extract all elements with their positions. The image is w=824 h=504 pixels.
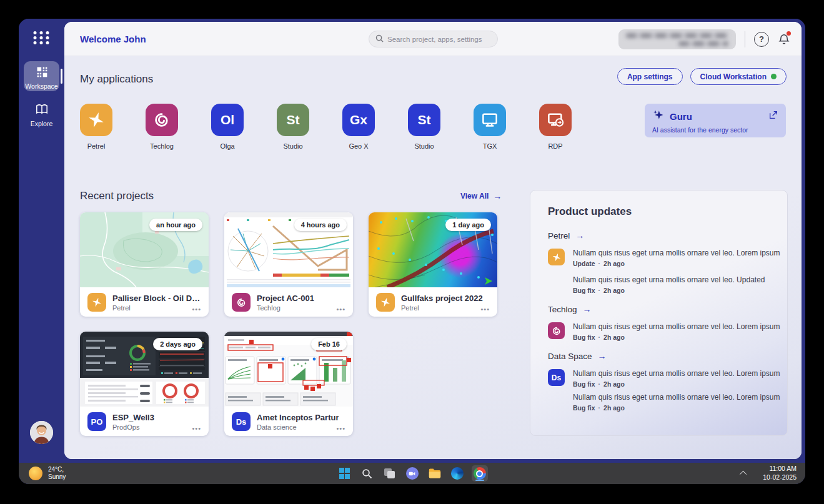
update-text: Nullam quis risus eget urna mollis ornar… — [573, 249, 780, 257]
app-window: Workspace Explore — [19, 19, 805, 463]
user-avatar[interactable] — [30, 421, 53, 444]
monitor-icon — [474, 104, 506, 136]
time-badge: 1 day ago — [445, 219, 491, 231]
active-item-indicator — [61, 69, 62, 84]
app-petrel[interactable]: Petrel — [80, 104, 112, 150]
update-item: Nullam quis risus eget urna mollis ornar… — [548, 275, 770, 294]
project-title: Amet Inceptos Partur — [257, 413, 339, 422]
update-item: Nullam quis risus eget urna mollis ornar… — [548, 249, 770, 267]
petrel-star-icon — [87, 293, 106, 312]
sidebar-item-label: Explore — [24, 120, 59, 127]
app-geox[interactable]: Gx Geo X — [342, 104, 375, 150]
content-header: Welcome John ? — [64, 22, 802, 56]
project-app: ProdOps — [112, 423, 154, 431]
techlog-swirl-icon — [548, 322, 565, 339]
app-techlog[interactable]: Techlog — [146, 104, 178, 150]
taskbar: 24°C, Sunny — [19, 463, 805, 484]
app-olga[interactable]: Ol Olga — [211, 104, 244, 150]
clock-time: 11:00 AM — [763, 465, 797, 473]
project-card-gullfaks[interactable]: 1 day ago Gullfaks project 2022 Petrel — [369, 212, 497, 317]
file-explorer-icon[interactable] — [427, 465, 443, 482]
my-applications-title: My applications — [80, 73, 153, 86]
windows-start-icon[interactable] — [337, 465, 353, 482]
more-options-icon[interactable]: ••• — [192, 305, 201, 313]
project-thumbnail-workflow: Feb 16 — [224, 332, 353, 407]
external-link-icon[interactable] — [768, 110, 778, 122]
taskbar-chevron-up-icon[interactable] — [740, 471, 747, 478]
studio-abbr-icon: St — [277, 104, 309, 136]
taskbar-clock[interactable]: 11:00 AM 10-02-2025 — [763, 465, 797, 482]
project-card-ac001[interactable]: 4 hours ago Project AC-001 Techlog — [224, 212, 353, 317]
more-options-icon[interactable]: ••• — [336, 305, 345, 313]
taskbar-search-icon[interactable] — [359, 465, 375, 482]
notifications-bell-icon[interactable] — [778, 32, 790, 46]
arrow-right-icon: → — [493, 191, 502, 201]
update-text: Nullam quis risus eget urna mollis ornar… — [573, 322, 780, 331]
update-text: Nullam quis risus eget urna mollis ornar… — [573, 369, 780, 378]
app-studio-blue[interactable]: St Studio — [408, 104, 440, 150]
app-rdp[interactable]: RDP — [539, 104, 572, 150]
app-studio-green[interactable]: St Studio — [277, 104, 309, 150]
update-time: 2h ago — [603, 404, 625, 412]
search-icon — [375, 34, 384, 45]
global-search[interactable] — [369, 31, 498, 47]
recent-projects-title: Recent projects — [80, 190, 154, 202]
project-card-palliser[interactable]: an hour ago Palliser Block - Oil Develop… — [80, 212, 209, 317]
more-options-icon[interactable]: ••• — [480, 305, 490, 313]
updates-section-petrel[interactable]: Petrel → — [548, 230, 770, 240]
update-text: Nullam quis risus eget urna mollis ornar… — [573, 275, 765, 284]
project-thumbnail-dashboard: 2 days ago — [80, 332, 209, 407]
task-view-icon[interactable] — [382, 465, 398, 482]
more-options-icon[interactable]: ••• — [192, 425, 201, 432]
screen-frame: Workspace Explore — [19, 19, 805, 484]
studio-abbr-icon: St — [408, 104, 440, 136]
sidebar: Workspace Explore — [19, 19, 64, 463]
update-item: Ds Nullam quis risus eget urna mollis or… — [548, 369, 770, 412]
updates-section-techlog[interactable]: Techlog → — [548, 304, 770, 314]
updates-section-dataspace[interactable]: Data Space → — [548, 351, 770, 361]
techlog-swirl-icon — [232, 293, 251, 312]
prodops-abbr-icon: PO — [87, 412, 106, 431]
project-app: Data science — [257, 423, 339, 431]
cloud-workstation-button[interactable]: Cloud Workstation — [690, 68, 787, 85]
weather-temp: 24°C, — [48, 466, 66, 474]
search-input[interactable] — [387, 36, 491, 43]
update-time: 2h ago — [603, 334, 625, 341]
data-science-abbr-icon: Ds — [232, 412, 251, 431]
petrel-star-icon — [80, 104, 112, 136]
help-icon[interactable]: ? — [754, 32, 769, 47]
petrel-star-icon — [548, 249, 565, 265]
book-icon — [35, 107, 49, 117]
update-text: Nullam quis risus eget urna mollis ornar… — [573, 393, 780, 402]
sidebar-item-explore[interactable]: Explore — [24, 103, 59, 127]
project-card-espwell3[interactable]: 2 days ago PO ESP_Well3 ProdOps ••• — [80, 332, 209, 436]
time-badge: 4 hours ago — [294, 219, 347, 231]
taskbar-weather-widget[interactable]: 24°C, Sunny — [29, 466, 66, 482]
header-divider — [745, 31, 745, 47]
arrow-right-icon: → — [598, 351, 607, 361]
update-time: 2h ago — [603, 260, 625, 267]
app-tgx[interactable]: TGX — [474, 104, 506, 150]
app-settings-button[interactable]: App settings — [617, 68, 683, 85]
sidebar-item-workspace[interactable]: Workspace — [24, 61, 59, 91]
project-app: Petrel — [112, 304, 201, 312]
clock-date: 10-02-2025 — [763, 473, 797, 482]
project-title: Project AC-001 — [257, 294, 314, 303]
geox-abbr-icon: Gx — [342, 104, 375, 136]
update-tag: Bug fix — [573, 380, 595, 388]
content-panel: Welcome John ? — [64, 22, 802, 459]
project-card-amet[interactable]: Feb 16 Ds Amet Inceptos Partur Data scie… — [224, 332, 353, 436]
product-updates-title: Product updates — [548, 205, 770, 218]
more-options-icon[interactable]: ••• — [336, 425, 345, 432]
app-launcher-grid-icon[interactable] — [33, 31, 50, 44]
notification-dot — [787, 31, 791, 36]
weather-condition: Sunny — [48, 473, 66, 482]
edge-browser-icon[interactable] — [449, 465, 465, 482]
chrome-browser-icon[interactable] — [472, 465, 488, 482]
view-all-link[interactable]: View All → — [460, 191, 502, 201]
sidebar-item-label: Workspace — [24, 82, 59, 90]
update-tag: Bug fix — [573, 334, 595, 341]
product-updates-panel: Product updates Petrel → — [530, 190, 788, 436]
teams-chat-icon[interactable] — [404, 465, 420, 482]
guru-card[interactable]: Guru AI assistant for the energy sector — [645, 104, 786, 137]
